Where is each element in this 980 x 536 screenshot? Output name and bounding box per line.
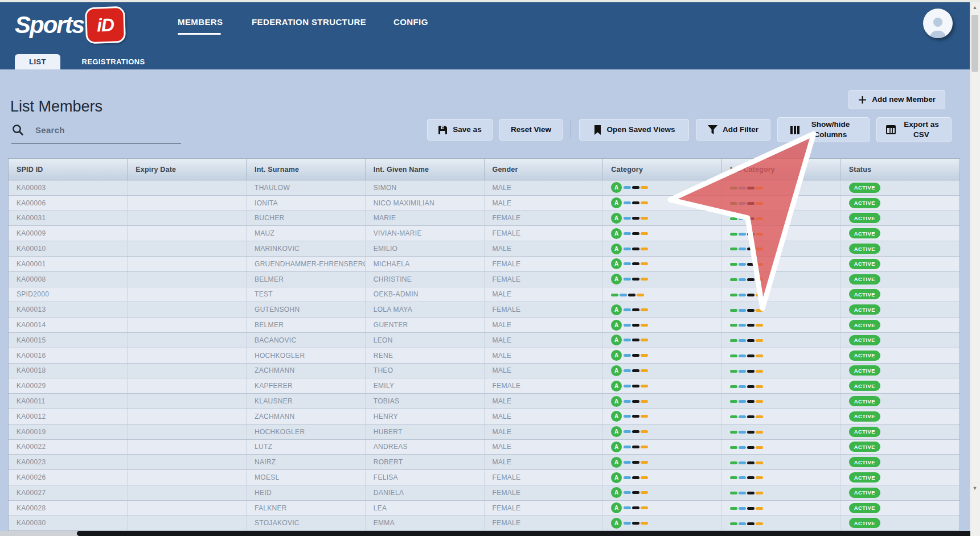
cell-status: ACTIVE	[840, 332, 960, 348]
category-dash-black	[632, 248, 639, 250]
category-dash-yellow	[641, 186, 648, 189]
table-row[interactable]: KA00008BELMERCHRISTINEFEMALEAACTIVE	[9, 271, 960, 287]
cell-status: ACTIVE	[840, 302, 960, 318]
cell-int-surname: IONITA	[247, 195, 366, 211]
column-header-gender[interactable]: Gender	[484, 159, 603, 180]
category-dash-yellow	[756, 324, 763, 327]
save-icon	[438, 125, 448, 135]
nav-active-underline	[178, 33, 221, 35]
category-dash-yellow	[756, 431, 763, 434]
table-row[interactable]: KA00022LUTZANDREASMALEAACTIVE	[9, 439, 960, 455]
column-header-int-category[interactable]: Int. Category	[722, 159, 841, 180]
table-row[interactable]: KA00003THAULOWSIMONMALEAACTIVE	[9, 180, 960, 196]
cell-int-surname: BELMER	[247, 271, 366, 287]
category-dash-black	[747, 263, 755, 266]
column-header-spid-id[interactable]: SPID ID	[9, 159, 128, 180]
nav-item-federation-structure[interactable]: FEDERATION STRUCTURE	[252, 17, 366, 27]
category-dash-black	[632, 324, 639, 327]
cell-int-category	[722, 485, 841, 500]
horizontal-scroll-thumb[interactable]	[77, 531, 970, 536]
category-dash-blue	[739, 507, 746, 510]
table-row[interactable]: KA00023NAIRZROBERTMALEAACTIVE	[9, 455, 960, 470]
category-dash-black	[632, 415, 639, 418]
status-badge-active: ACTIVE	[849, 396, 880, 406]
scroll-down-arrow[interactable]: ▼	[970, 483, 979, 493]
column-header-int-given-name[interactable]: Int. Given Name	[365, 159, 484, 180]
table-row[interactable]: KA00012ZACHMANNHENRYMALEAACTIVE	[9, 409, 960, 424]
cell-category: A	[603, 470, 722, 485]
cell-expiry-date	[128, 195, 247, 211]
tab-list[interactable]: LIST	[15, 54, 60, 69]
table-row[interactable]: KA00019HOCHKOGLERHUBERTMALEAACTIVE	[9, 424, 960, 439]
cell-expiry-date	[128, 302, 247, 318]
category-dash-blue	[739, 202, 746, 205]
vertical-scroll-thumb[interactable]	[971, 15, 978, 72]
cell-int-given-name: MARIE	[365, 211, 484, 226]
category-dash-black	[747, 354, 755, 357]
table-row[interactable]: KA00001GRUENDHAMMER-EHRENSBERGERMICHAELA…	[9, 256, 960, 271]
cell-int-given-name: EMILY	[365, 378, 484, 394]
category-dash-blue	[624, 248, 631, 250]
category-dash-blue	[739, 294, 746, 296]
save-as-button[interactable]: Save as	[427, 119, 493, 141]
nav-item-config[interactable]: CONFIG	[393, 17, 428, 27]
cell-int-category	[722, 180, 841, 196]
column-header-expiry-date[interactable]: Expiry Date	[128, 159, 247, 180]
category-dash-green	[730, 385, 737, 388]
table-row[interactable]: KA00014BELMERGUENTERMALEAACTIVE	[9, 318, 960, 333]
reset-view-button[interactable]: Reset View	[499, 119, 563, 141]
column-header-status[interactable]: Status	[840, 159, 960, 180]
table-row[interactable]: KA00029KAPFEREREMILYFEMALEAACTIVE	[9, 378, 960, 394]
cell-expiry-date	[128, 271, 247, 287]
user-avatar[interactable]	[923, 9, 953, 38]
scroll-up-arrow[interactable]: ▲	[970, 2, 979, 12]
add-new-member-button[interactable]: Add new Member	[848, 90, 945, 109]
cell-status: ACTIVE	[840, 226, 960, 241]
category-a-badge: A	[611, 381, 622, 391]
column-header-int-surname[interactable]: Int. Surname	[247, 159, 366, 180]
app-logo[interactable]: Sports iD	[15, 7, 125, 43]
table-row[interactable]: KA00028FALKNERLEAFEMALEAACTIVE	[9, 500, 960, 516]
category-dash-black	[747, 324, 755, 327]
table-row[interactable]: KA00026MOESLFELISAFEMALEAACTIVE	[9, 470, 960, 485]
show-hide-columns-button[interactable]: Show/hide Columns	[777, 117, 870, 142]
table-row[interactable]: KA00016HOCHKOGLERRENEMALEAACTIVE	[9, 348, 960, 363]
table-row[interactable]: SPID2000TESTOEKB-ADMINMALEACTIVE	[9, 287, 960, 302]
table-row[interactable]: KA00009MAUZVIVIAN-MARIEFEMALEAACTIVE	[9, 226, 960, 241]
table-row[interactable]: KA00018ZACHMANNTHEOMALEAACTIVE	[9, 363, 960, 378]
category-dash-black	[747, 294, 755, 296]
category-dash-green	[730, 294, 737, 296]
cell-spid-id: KA00001	[9, 256, 128, 271]
table-row[interactable]: KA00031BUCHERMARIEFEMALEAACTIVE	[9, 211, 960, 226]
search-input[interactable]	[34, 125, 167, 135]
table-row[interactable]: KA00030STOJAKOVICEMMAFEMALEAACTIVE	[9, 516, 960, 531]
cell-int-surname: KAPFERER	[247, 378, 366, 394]
table-row[interactable]: KA00010MARINKOVICEMILIOMALEAACTIVE	[9, 241, 960, 257]
category-a-badge: A	[611, 396, 622, 407]
status-badge-active: ACTIVE	[849, 289, 880, 299]
category-dash-black	[747, 248, 755, 250]
cell-int-surname: MOESL	[247, 470, 366, 485]
export-as-csv-button[interactable]: Export as CSV	[876, 117, 952, 142]
add-filter-button[interactable]: Add Filter	[696, 119, 770, 141]
table-row[interactable]: KA00013GUTENSOHNLOLA MAYAFEMALEAACTIVE	[9, 302, 960, 318]
vertical-scrollbar[interactable]: ▲ ▼	[970, 2, 980, 536]
cell-spid-id: KA00011	[9, 394, 128, 409]
nav-item-members[interactable]: MEMBERS	[178, 17, 223, 27]
table-row[interactable]: KA00006IONITANICO MAXIMILIANMALEAACTIVE	[9, 195, 960, 211]
cell-category: A	[603, 439, 722, 455]
table-row[interactable]: KA00011KLAUSNERTOBIASMALEAACTIVE	[9, 394, 960, 409]
open-saved-views-button[interactable]: Open Saved Views	[579, 119, 689, 141]
column-header-category[interactable]: Category	[603, 159, 722, 180]
search-icon	[11, 123, 24, 136]
category-dash-black	[747, 522, 755, 525]
tab-registrations[interactable]: REGISTRATIONS	[73, 54, 154, 69]
cell-category: A	[603, 180, 722, 196]
category-dash-green	[730, 324, 737, 327]
table-row[interactable]: KA00015BACANOVICLEONMALEAACTIVE	[9, 332, 960, 348]
cell-int-surname: KLAUSNER	[247, 394, 366, 409]
category-dash-blue	[624, 232, 631, 235]
status-badge-active: ACTIVE	[849, 213, 880, 223]
table-row[interactable]: KA00027HEIDDANIELAFEMALEAACTIVE	[9, 485, 960, 500]
horizontal-scrollbar[interactable]	[0, 531, 970, 536]
